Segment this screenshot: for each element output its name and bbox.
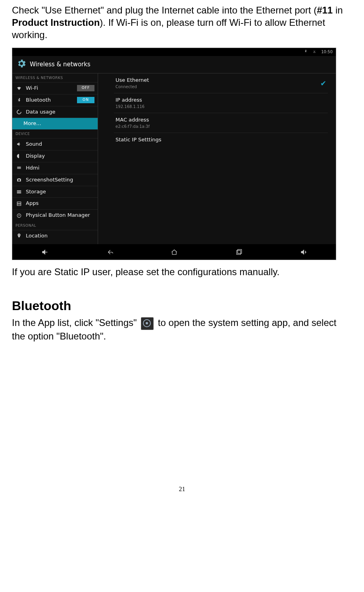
row-ip-address: IP address 192.168.1.116: [114, 93, 328, 113]
section-wireless-label: WIRELESS & NETWORKS: [12, 73, 98, 82]
status-bar: 10:50: [12, 48, 336, 56]
text: in: [333, 5, 343, 15]
sidebar-item-more[interactable]: More...: [12, 118, 98, 129]
sidebar-item-label: Sound: [26, 141, 42, 148]
sidebar-item-apps[interactable]: Apps: [12, 197, 98, 209]
sidebar-item-label: Storage: [26, 189, 46, 195]
status-time: 10:50: [321, 49, 333, 54]
svg-rect-0: [17, 167, 21, 169]
data-usage-icon: [15, 109, 23, 115]
wifi-toggle[interactable]: OFF: [77, 85, 94, 91]
row-secondary: 192.168.1.116: [116, 104, 326, 109]
sidebar-item-display[interactable]: Display: [12, 150, 98, 162]
row-primary: IP address: [116, 97, 326, 104]
sidebar-item-label: ScreenshotSetting: [26, 177, 73, 183]
row-static-ip[interactable]: Static IP Setttings: [114, 133, 328, 147]
svg-point-7: [146, 322, 148, 324]
sidebar-item-label: Data usage: [26, 109, 55, 116]
sidebar-item-label: Location: [26, 233, 48, 239]
sidebar-item-wifi[interactable]: Wi-Fi OFF: [12, 82, 98, 94]
ref-section: Product Instruction: [12, 17, 100, 28]
camera-icon: [15, 177, 23, 183]
svg-rect-5: [237, 249, 241, 253]
location-icon: [15, 233, 23, 239]
paragraph-bluetooth: In the App list, click "Settings" to ope…: [12, 316, 352, 342]
paragraph-ethernet: Check "Use Ethernet" and plug the Intern…: [12, 4, 352, 41]
sidebar-item-label: More...: [23, 120, 41, 127]
row-primary: Use Ethernet: [116, 77, 320, 84]
recent-apps-icon[interactable]: [235, 248, 243, 256]
row-primary: MAC address: [116, 117, 326, 123]
section-personal-label: PERSONAL: [12, 221, 98, 230]
physical-button-icon: P: [15, 213, 23, 218]
sidebar-item-screenshot-setting[interactable]: ScreenshotSetting: [12, 174, 98, 186]
apps-icon: [15, 201, 23, 206]
bluetooth-icon: [15, 97, 23, 103]
settings-app-icon: [141, 317, 154, 330]
sidebar-item-data-usage[interactable]: Data usage: [12, 106, 98, 118]
section-device-label: DEVICE: [12, 129, 98, 138]
settings-screenshot: 10:50 Wireless & networks WIRELESS & NET…: [12, 48, 336, 260]
svg-text:P: P: [18, 214, 20, 217]
checkbox-checked-icon[interactable]: ✔: [320, 79, 326, 88]
storage-icon: [15, 189, 23, 195]
sound-icon: [15, 141, 23, 147]
sidebar-item-storage[interactable]: Storage: [12, 186, 98, 198]
sidebar-item-label: Display: [26, 153, 45, 160]
heading-bluetooth: Bluetooth: [12, 298, 352, 314]
ref-number: #11: [317, 5, 333, 15]
svg-rect-4: [237, 251, 241, 255]
settings-title: Wireless & networks: [30, 61, 91, 69]
sidebar-item-label: Bluetooth: [26, 97, 51, 104]
row-secondary: e2:c6:f7:da:1a:3f: [116, 124, 326, 129]
sidebar-item-bluetooth[interactable]: Bluetooth ON: [12, 94, 98, 106]
row-secondary: Connected: [116, 84, 320, 89]
row-use-ethernet[interactable]: Use Ethernet Connected ✔: [114, 73, 328, 93]
sidebar-item-physical-button[interactable]: P Physical Button Manager: [12, 209, 98, 221]
row-mac-address: MAC address e2:c6:f7:da:1a:3f: [114, 113, 328, 133]
android-nav-bar: [12, 244, 336, 260]
paragraph-static-ip: If you are Static IP user, please set th…: [12, 266, 352, 278]
sidebar-item-label: Apps: [26, 200, 39, 207]
sidebar-item-label: Physical Button Manager: [26, 212, 90, 219]
display-icon: [15, 153, 23, 159]
download-status-icon: [312, 49, 316, 54]
wifi-icon: [15, 85, 23, 91]
text: In the App list, click "Settings": [12, 317, 139, 328]
volume-up-icon[interactable]: [299, 248, 308, 256]
row-primary: Static IP Setttings: [116, 137, 326, 143]
bluetooth-status-icon: [304, 49, 308, 54]
back-icon[interactable]: [105, 248, 114, 256]
hdmi-icon: [15, 165, 23, 171]
sidebar-item-location[interactable]: Location: [12, 230, 98, 242]
bluetooth-toggle[interactable]: ON: [77, 97, 94, 103]
home-icon[interactable]: [170, 248, 179, 256]
settings-title-bar: Wireless & networks: [12, 56, 336, 74]
text: Check "Use Ethernet" and plug the Intern…: [12, 5, 317, 15]
sidebar-item-hdmi[interactable]: Hdmi: [12, 162, 98, 174]
sidebar-item-sound[interactable]: Sound: [12, 138, 98, 150]
sidebar-item-label: Wi-Fi: [26, 85, 38, 92]
volume-down-icon[interactable]: [40, 248, 49, 256]
ethernet-content-pane: Use Ethernet Connected ✔ IP address 192.…: [98, 73, 336, 244]
settings-sidebar: WIRELESS & NETWORKS Wi-Fi OFF Bluetooth …: [12, 73, 98, 244]
page-number: 21: [12, 485, 352, 494]
sidebar-item-label: Hdmi: [26, 165, 39, 172]
svg-rect-1: [17, 202, 21, 205]
settings-gear-icon: [16, 58, 27, 71]
